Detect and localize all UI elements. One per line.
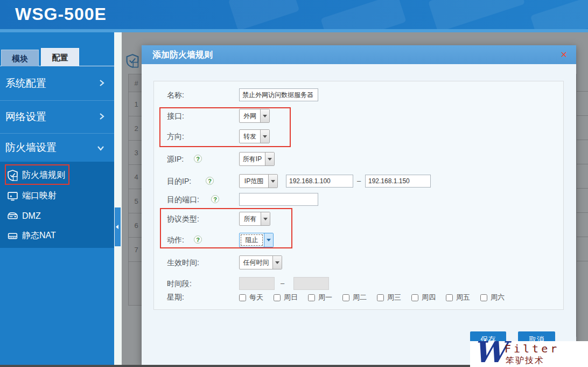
sidebar-item-static-nat[interactable]: 静态NAT bbox=[0, 227, 114, 245]
sidebar-submenu: 防火墙规则 端口映射 DMZ 静态NAT bbox=[0, 162, 114, 248]
dest-ip-range-end-input[interactable] bbox=[365, 175, 431, 188]
sidebar-item-firewall-settings[interactable]: 防火墙设置 bbox=[0, 133, 114, 162]
tab-modules[interactable]: 模块 bbox=[1, 50, 39, 66]
direction-select-value: 转发 bbox=[240, 130, 260, 143]
week-option-label: 周二 bbox=[353, 293, 367, 302]
help-icon[interactable]: ? bbox=[194, 236, 202, 244]
protocol-select-value: 所有 bbox=[240, 212, 261, 225]
week-option-label: 周日 bbox=[284, 293, 298, 302]
nat-device-icon bbox=[7, 230, 18, 241]
protocol-label: 协议类型: bbox=[167, 212, 240, 226]
week-option-saturday[interactable]: 周六 bbox=[480, 293, 505, 302]
chevron-down-icon bbox=[97, 142, 104, 154]
time-range-label: 时间段: bbox=[167, 277, 240, 290]
dest-ip-label: 目的IP: bbox=[167, 174, 240, 188]
source-ip-select[interactable]: 所有IP bbox=[239, 152, 275, 166]
direction-label: 方向: bbox=[167, 129, 240, 143]
chevron-down-icon bbox=[260, 109, 269, 122]
chevron-right-icon bbox=[99, 111, 104, 123]
week-option-label: 周五 bbox=[456, 293, 470, 302]
dest-port-label: 目的端口: bbox=[167, 193, 240, 206]
wfilter-watermark: W Filter 笨驴技术 bbox=[470, 341, 588, 367]
week-option-label: 周六 bbox=[491, 293, 505, 302]
week-checkbox[interactable] bbox=[377, 294, 384, 301]
chevron-right-icon bbox=[99, 78, 104, 89]
close-icon[interactable]: ✕ bbox=[561, 45, 568, 64]
week-checkbox[interactable] bbox=[239, 294, 246, 301]
top-header: WSG-500E bbox=[0, 0, 588, 29]
name-label: 名称: bbox=[167, 88, 240, 101]
effective-time-select[interactable]: 任何时间 bbox=[239, 255, 282, 269]
tab-config[interactable]: 配置 bbox=[41, 48, 79, 66]
effective-time-label: 生效时间: bbox=[167, 255, 240, 269]
monitor-icon bbox=[7, 190, 18, 202]
range-separator: – bbox=[281, 277, 284, 290]
sidebar-item-label: 防火墙设置 bbox=[5, 141, 57, 155]
dialog-header: 添加防火墙规则 ✕ bbox=[142, 45, 576, 64]
sidebar-item-network-settings[interactable]: 网络设置 bbox=[0, 100, 114, 133]
week-option-label: 周一 bbox=[318, 293, 332, 302]
interface-select-value: 外网 bbox=[240, 109, 260, 122]
dest-ip-type-value: IP范围 bbox=[240, 175, 268, 188]
name-input[interactable] bbox=[239, 88, 318, 101]
action-select-value: 阻止 bbox=[240, 233, 264, 247]
week-checkbox[interactable] bbox=[411, 294, 418, 301]
shield-check-icon bbox=[7, 170, 18, 181]
source-ip-select-value: 所有IP bbox=[240, 153, 265, 165]
help-icon[interactable]: ? bbox=[211, 195, 219, 203]
sidebar-tabs: 模块 配置 bbox=[0, 32, 114, 66]
chevron-down-icon bbox=[264, 233, 273, 247]
interface-select[interactable]: 外网 bbox=[239, 109, 270, 123]
week-option-friday[interactable]: 周五 bbox=[446, 293, 470, 302]
week-checkbox[interactable] bbox=[446, 294, 453, 301]
dest-ip-range-start-input[interactable] bbox=[286, 175, 353, 188]
chevron-down-icon bbox=[272, 256, 282, 269]
chevron-down-icon bbox=[261, 212, 270, 225]
week-option-tuesday[interactable]: 周二 bbox=[342, 293, 367, 302]
direction-select[interactable]: 转发 bbox=[239, 129, 270, 143]
week-option-wednesday[interactable]: 周三 bbox=[377, 293, 401, 302]
week-checkbox[interactable] bbox=[308, 294, 315, 301]
wfilter-company-text: 笨驴技术 bbox=[506, 355, 544, 366]
sidebar-item-label: 网络设置 bbox=[5, 110, 46, 124]
effective-time-value: 任何时间 bbox=[240, 256, 272, 269]
sidebar-item-port-mapping[interactable]: 端口映射 bbox=[0, 187, 114, 205]
help-icon[interactable]: ? bbox=[206, 177, 214, 185]
week-option-everyday[interactable]: 每天 bbox=[239, 293, 263, 302]
dest-ip-type-select[interactable]: IP范围 bbox=[239, 174, 278, 188]
header-texture bbox=[530, 0, 588, 29]
time-range-end-input bbox=[293, 277, 329, 290]
chevron-down-icon bbox=[268, 175, 277, 188]
week-option-sunday[interactable]: 周日 bbox=[274, 293, 298, 302]
sidebar-item-system-config[interactable]: 系统配置 bbox=[0, 67, 114, 100]
protocol-select[interactable]: 所有 bbox=[239, 212, 270, 226]
week-option-label: 周三 bbox=[387, 293, 401, 302]
app-title: WSG-500E bbox=[15, 4, 107, 24]
action-label: 动作: bbox=[167, 233, 240, 247]
dmz-device-icon bbox=[7, 210, 18, 221]
week-option-monday[interactable]: 周一 bbox=[308, 293, 332, 302]
week-option-thursday[interactable]: 周四 bbox=[411, 293, 436, 302]
sidebar-item-dmz[interactable]: DMZ bbox=[0, 207, 114, 225]
app-window: WSG-500E 模块 配置 系统配置 网络设置 防火墙设置 防火墙规则 bbox=[0, 0, 588, 367]
range-separator: – bbox=[357, 175, 361, 188]
sidebar-item-firewall-rules[interactable]: 防火墙规则 bbox=[0, 166, 114, 185]
header-texture bbox=[320, 0, 407, 29]
week-option-label: 周四 bbox=[422, 293, 436, 302]
help-icon[interactable]: ? bbox=[194, 155, 202, 163]
action-select[interactable]: 阻止 bbox=[239, 233, 274, 247]
week-label: 星期: bbox=[167, 293, 240, 302]
add-firewall-rule-dialog: 添加防火墙规则 ✕ 名称: 接口: 外网 方向: 转发 源IP: ? 所有IP … bbox=[142, 45, 576, 365]
sidebar-item-label: 端口映射 bbox=[22, 190, 57, 202]
sidebar-item-label: 静态NAT bbox=[22, 230, 56, 241]
week-checkbox[interactable] bbox=[480, 294, 487, 301]
sidebar-item-label: DMZ bbox=[22, 211, 41, 221]
week-checkbox[interactable] bbox=[274, 294, 281, 301]
header-texture bbox=[428, 0, 525, 29]
sidebar-item-label: 系统配置 bbox=[5, 77, 46, 91]
dest-port-input[interactable] bbox=[239, 193, 318, 206]
interface-label: 接口: bbox=[167, 109, 240, 123]
week-checkbox[interactable] bbox=[342, 294, 349, 301]
sidebar-collapse-handle[interactable] bbox=[115, 207, 121, 246]
dialog-title: 添加防火墙规则 bbox=[152, 45, 213, 64]
